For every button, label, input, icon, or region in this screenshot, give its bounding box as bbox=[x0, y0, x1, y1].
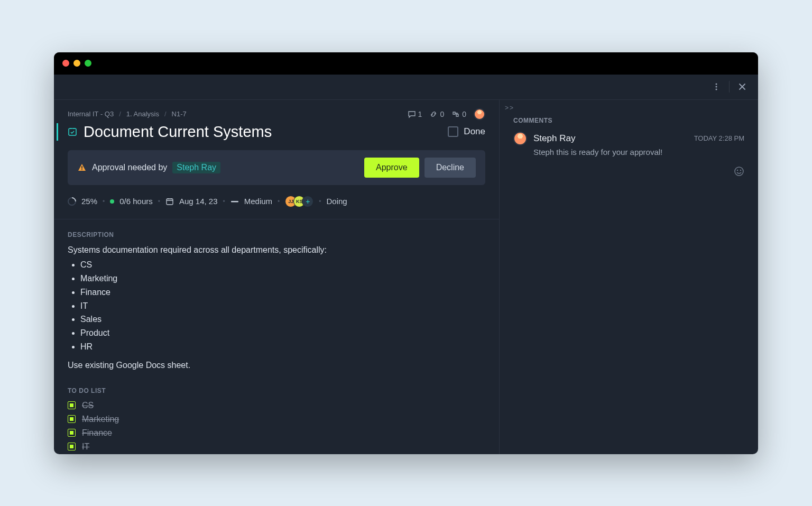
hours-value[interactable]: 0/6 hours bbox=[119, 197, 153, 206]
warning-icon bbox=[77, 163, 87, 172]
description-bullet: IT bbox=[80, 300, 485, 313]
priority-value[interactable]: Medium bbox=[244, 197, 272, 206]
todo-checkbox[interactable] bbox=[68, 401, 76, 409]
main-panel: Internal IT - Q3 / 1. Analysis / N1-7 1 … bbox=[54, 100, 499, 454]
approval-text: Approval needed by bbox=[92, 163, 167, 172]
svg-rect-6 bbox=[167, 199, 173, 205]
done-checkbox[interactable] bbox=[448, 126, 458, 137]
todo-item[interactable]: Marketing bbox=[68, 412, 485, 426]
todo-label: Marketing bbox=[82, 415, 119, 424]
todo-label: IT bbox=[82, 442, 89, 452]
todo-item[interactable]: Sales bbox=[68, 454, 485, 454]
comment-time: TODAY 2:28 PM bbox=[694, 134, 744, 142]
comments-list: Steph RayTODAY 2:28 PMSteph this is read… bbox=[500, 132, 758, 164]
breadcrumb-sep: / bbox=[119, 110, 121, 118]
meta-row: 25% • 0/6 hours • Aug 14, 23 • Medium • … bbox=[54, 185, 499, 219]
todo-item[interactable]: Finance bbox=[68, 426, 485, 440]
subtasks-count[interactable]: 0 bbox=[451, 110, 466, 118]
todo-checkbox[interactable] bbox=[68, 415, 76, 423]
svg-point-1 bbox=[716, 86, 717, 88]
comment-avatar[interactable] bbox=[513, 132, 527, 145]
svg-rect-4 bbox=[81, 166, 82, 169]
subtasks-count-value: 0 bbox=[462, 110, 466, 118]
close-icon bbox=[738, 82, 746, 91]
assignees: JJKS+ bbox=[285, 196, 313, 207]
description-intro: Systems documentation required across al… bbox=[68, 244, 485, 257]
comment-author[interactable]: Steph Ray bbox=[533, 133, 575, 144]
svg-point-9 bbox=[737, 169, 738, 170]
status-dot-icon bbox=[110, 199, 114, 204]
task-title-group: Document Current Systems bbox=[57, 123, 272, 141]
breadcrumb: Internal IT - Q3 / 1. Analysis / N1-7 1 … bbox=[54, 100, 499, 120]
close-button[interactable] bbox=[736, 80, 749, 93]
toolbar-divider bbox=[729, 81, 730, 93]
add-assignee-button[interactable]: + bbox=[302, 196, 313, 207]
collapse-comments-button[interactable]: >> bbox=[500, 100, 758, 112]
comment-icon bbox=[408, 110, 416, 118]
description-bullet: Finance bbox=[80, 286, 485, 299]
task-type-icon bbox=[68, 127, 77, 136]
vertical-dots-icon bbox=[712, 82, 721, 91]
todo-checkbox[interactable] bbox=[68, 429, 76, 437]
approval-banner: Approval needed by Steph Ray Approve Dec… bbox=[68, 150, 485, 185]
comment: Steph RayTODAY 2:28 PMSteph this is read… bbox=[500, 132, 758, 164]
task-title[interactable]: Document Current Systems bbox=[84, 123, 272, 141]
comments-count-value: 1 bbox=[418, 110, 422, 118]
breadcrumb-item[interactable]: Internal IT - Q3 bbox=[68, 110, 114, 118]
description-bullet: CS bbox=[80, 259, 485, 272]
header-toolbar bbox=[54, 75, 758, 100]
description-bullet: Sales bbox=[80, 313, 485, 326]
done-toggle[interactable]: Done bbox=[448, 126, 485, 137]
description[interactable]: Systems documentation required across al… bbox=[54, 242, 499, 375]
due-date[interactable]: Aug 14, 23 bbox=[179, 197, 218, 206]
window-minimize-button[interactable] bbox=[73, 60, 80, 67]
task-header: Document Current Systems Done bbox=[54, 120, 499, 141]
svg-rect-3 bbox=[69, 128, 76, 135]
comments-heading: COMMENTS bbox=[500, 112, 758, 132]
priority-icon bbox=[230, 199, 239, 204]
more-options-button[interactable] bbox=[710, 80, 723, 93]
status-value[interactable]: Doing bbox=[327, 197, 347, 206]
progress-ring-icon bbox=[66, 195, 78, 207]
done-label: Done bbox=[464, 126, 485, 137]
description-bullets: CSMarketingFinanceITSalesProductHR bbox=[68, 259, 485, 354]
description-bullet: HR bbox=[80, 341, 485, 354]
add-reaction-button[interactable] bbox=[734, 164, 758, 177]
comment-body: Steph this is ready for your approval! bbox=[513, 145, 744, 157]
approve-button[interactable]: Approve bbox=[364, 158, 419, 178]
svg-point-2 bbox=[716, 89, 717, 90]
links-count[interactable]: 0 bbox=[429, 110, 444, 118]
comments-count[interactable]: 1 bbox=[408, 110, 422, 118]
description-outro: Use existing Google Docs sheet. bbox=[68, 359, 485, 372]
progress-value[interactable]: 25% bbox=[81, 197, 97, 206]
description-bullet: Marketing bbox=[80, 272, 485, 286]
approver-chip[interactable]: Steph Ray bbox=[172, 162, 220, 173]
svg-point-10 bbox=[740, 169, 741, 170]
approval-actions: Approve Decline bbox=[364, 158, 476, 178]
titlebar bbox=[54, 52, 758, 75]
links-count-value: 0 bbox=[440, 110, 444, 118]
breadcrumb-item[interactable]: N1-7 bbox=[172, 110, 187, 118]
subtask-icon bbox=[451, 110, 460, 118]
emoji-icon bbox=[734, 166, 744, 177]
todo-item[interactable]: CS bbox=[68, 399, 485, 412]
svg-rect-5 bbox=[81, 169, 82, 170]
decline-button[interactable]: Decline bbox=[425, 158, 476, 178]
owner-avatar[interactable] bbox=[474, 108, 485, 120]
task-stats: 1 0 0 bbox=[408, 108, 485, 120]
breadcrumb-sep: / bbox=[164, 110, 167, 118]
window-close-button[interactable] bbox=[62, 60, 69, 67]
todo-label: Finance bbox=[82, 428, 112, 438]
window-zoom-button[interactable] bbox=[85, 60, 91, 67]
todo-item[interactable]: IT bbox=[68, 440, 485, 454]
link-icon bbox=[429, 110, 438, 118]
todo-checkbox[interactable] bbox=[68, 443, 76, 450]
breadcrumb-item[interactable]: 1. Analysis bbox=[126, 110, 159, 118]
svg-rect-7 bbox=[231, 201, 238, 203]
svg-point-0 bbox=[716, 84, 717, 85]
calendar-icon bbox=[165, 197, 174, 206]
todo-label: CS bbox=[82, 401, 94, 410]
content-area: Internal IT - Q3 / 1. Analysis / N1-7 1 … bbox=[54, 100, 758, 454]
description-heading: DESCRIPTION bbox=[54, 219, 499, 242]
description-bullet: Product bbox=[80, 327, 485, 340]
